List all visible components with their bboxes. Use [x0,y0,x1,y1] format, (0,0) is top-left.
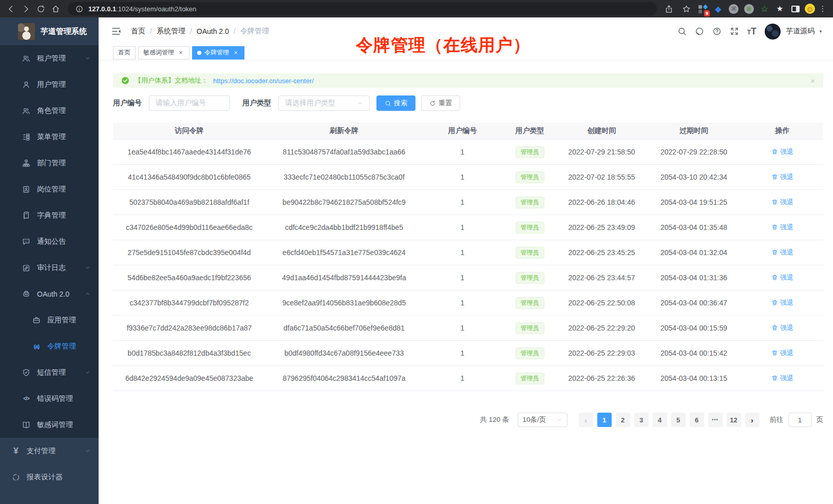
breadcrumb-item[interactable]: 系统管理 [157,27,185,36]
page-button-1[interactable]: 1 [597,413,612,427]
user-id-cell: 1 [423,223,502,231]
sidebar-item-label: 支付管理 [27,447,55,456]
page-button-2[interactable]: 2 [616,413,630,427]
table-row: 41c41346a548490f9dc8b01c6bfe0865333ecfc7… [113,165,823,190]
refresh-token-cell: cdfc4ce9c2da4bb1bdf21b9918ff4be5 [266,223,423,231]
alert-close-icon[interactable]: × [810,76,815,85]
page-button-3[interactable]: 3 [634,413,649,427]
tab-close-icon[interactable]: × [177,49,184,56]
force-logout-button[interactable]: 强退 [771,223,793,232]
sidebar-menu: 租户管理用户管理角色管理菜单管理部门管理岗位管理字典管理通知公告审计日志OAut… [0,45,99,504]
force-logout-button[interactable]: 强退 [771,374,793,383]
prev-page-button[interactable]: ‹ [579,413,593,427]
profile-avatar-icon[interactable]: ☺ [805,4,815,14]
chevron-up-icon [85,291,90,297]
sidebar-item-sensitive-word[interactable]: 敏感词管理 [0,412,99,438]
page-size-select[interactable]: 10条/页 [518,413,567,427]
more-pages-button[interactable]: ••• [708,413,723,427]
fullscreen-icon[interactable] [730,27,739,36]
help-icon[interactable] [712,27,722,36]
force-logout-button[interactable]: 强退 [771,198,793,207]
reload-icon[interactable] [34,2,48,16]
page-button-12[interactable]: 12 [727,413,741,427]
extension-command-icon[interactable]: ⌘ [729,4,739,14]
search-button[interactable]: 搜索 [376,95,415,111]
force-logout-button[interactable]: 强退 [771,273,793,282]
sidebar-item-notice[interactable]: 通知公告 [0,228,99,255]
extension-white-star-icon[interactable]: ★ [774,3,786,15]
user-id-cell: 1 [423,173,502,181]
sidebar-item-oauth2-token[interactable]: (a)令牌管理 [0,333,99,359]
breadcrumb-item: 令牌管理 [240,27,269,36]
github-icon[interactable] [695,27,704,36]
created-at-cell: 2022-06-25 23:49:09 [557,223,646,231]
sidebar-item-oauth2-app[interactable]: 应用管理 [0,307,99,333]
forward-icon[interactable] [19,2,33,16]
force-logout-button[interactable]: 强退 [771,323,793,333]
expires-at-cell: 2054-03-04 00:36:47 [646,299,742,307]
browser-menu-icon[interactable]: ⋮ [819,4,827,13]
next-page-button[interactable]: › [745,413,760,427]
sidebar-item-user[interactable]: 用户管理 [0,71,99,98]
sidebar-item-sms[interactable]: 短信管理 [0,359,99,385]
user-id-input[interactable]: 请输入用户编号 [149,95,230,111]
page-button-6[interactable]: 6 [690,413,704,427]
sidebar-item-error-code[interactable]: </>错误码管理 [0,385,99,412]
sidebar-item-menu[interactable]: 菜单管理 [0,124,99,150]
user-id-cell: 1 [423,374,502,382]
tab-home[interactable]: 首页 [113,46,136,60]
collapse-sidebar-icon[interactable] [111,26,121,36]
search-icon[interactable] [677,27,687,36]
app-logo[interactable]: 芋道管理系统 [0,17,99,45]
force-logout-button[interactable]: 强退 [771,298,793,307]
tab-sensitive-word[interactable]: 敏感词管理× [138,46,190,60]
sidebar-item-tenant[interactable]: 租户管理 [0,45,99,71]
extension-green-star-icon[interactable]: ☆ [759,3,770,15]
font-size-icon[interactable]: TT [747,26,756,37]
avatar[interactable] [765,24,781,40]
tab-bar: 首页敏感词管理×令牌管理× [99,45,833,61]
extension-grid-icon[interactable]: 9 [697,3,709,15]
force-logout-button[interactable]: 强退 [771,248,793,257]
sidebar-item-pay[interactable]: ¥支付管理 [0,438,99,464]
sidebar-item-dept[interactable]: 部门管理 [0,150,99,176]
home-icon[interactable] [49,2,63,16]
trash-icon [771,375,778,381]
extension-gem-icon[interactable]: ◆ [712,3,724,15]
sidebar-item-dict[interactable]: 字典管理 [0,202,99,228]
bookmark-star-icon[interactable] [679,2,693,16]
user-name[interactable]: 芋道源码 [786,27,815,36]
sidebar-item-role[interactable]: 角色管理 [0,98,99,124]
share-icon[interactable] [662,2,676,16]
side-panel-icon[interactable] [789,3,801,15]
user-type-cell: 管理员 [502,247,557,259]
extension-green-dot-icon[interactable] [744,4,754,14]
tab-token[interactable]: 令牌管理× [192,46,244,60]
sidebar-item-audit-log[interactable]: 审计日志 [0,255,99,281]
force-logout-button[interactable]: 强退 [771,172,793,182]
user-type-badge: 管理员 [516,297,544,309]
force-logout-button[interactable]: 强退 [771,348,793,358]
users-icon [22,54,31,63]
breadcrumb-item[interactable]: 首页 [131,27,145,36]
expires-at-cell: 2054-03-04 00:15:42 [646,349,742,357]
force-logout-button[interactable]: 强退 [771,147,793,157]
goto-page-input[interactable]: 1 [788,413,812,427]
user-type-cell: 管理员 [502,222,557,234]
sidebar-item-post[interactable]: 岗位管理 [0,176,99,202]
back-icon[interactable] [4,2,18,16]
reset-button[interactable]: 重置 [421,95,460,111]
info-icon[interactable] [74,4,84,13]
page-button-5[interactable]: 5 [671,413,686,427]
sidebar-item-label: 菜单管理 [37,132,66,142]
sidebar-item-oauth2[interactable]: OAuth 2.0 [0,281,99,307]
sidebar-item-report[interactable]: 报表设计器 [0,464,99,490]
page-button-4[interactable]: 4 [653,413,667,427]
breadcrumb-item[interactable]: OAuth 2.0 [197,27,229,35]
user-type-select[interactable]: 请选择用户类型 [278,95,370,111]
sidebar-item-label: 审计日志 [37,263,66,273]
refresh-token-cell: be90422b8c7946218275a508bf524fc9 [266,198,423,206]
alert-link[interactable]: https://doc.iocoder.cn/user-center/ [213,77,314,85]
address-bar[interactable]: 127.0.0.1:1024/system/oauth2/token [68,2,657,15]
tab-close-icon[interactable]: × [232,49,239,56]
